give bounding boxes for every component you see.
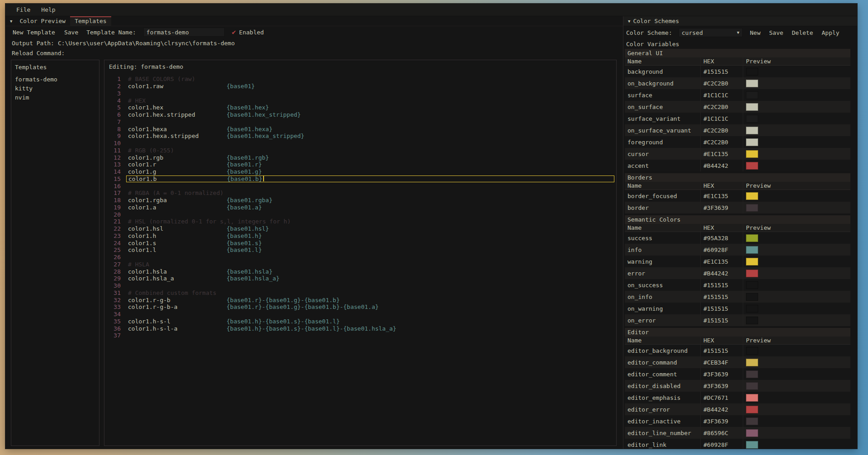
scheme-apply-button[interactable]: Apply [821,28,840,37]
collapse-down-icon[interactable]: ▼ [9,19,15,24]
editor-cursor-line: color1.b{base01.b} [126,175,614,183]
color-name: surface [625,89,701,101]
color-row-editor-comment[interactable]: editor_comment#3F3639 [625,368,850,380]
editor-line[interactable]: 28color1.hsla{base01.hsla} [104,268,616,275]
editor-line[interactable]: 16 [104,182,616,190]
template-list-item-formats-demo[interactable]: formats-demo [11,75,99,84]
editor-line[interactable]: 21# HSL (normalized 0-1 for s,l, integer… [104,218,616,225]
editor-line[interactable]: 22color1.hsl{base01.hsl} [104,225,616,232]
color-row-editor-disabled[interactable]: editor_disabled#3F3639 [625,380,850,392]
editor-line[interactable]: 5color1.hex{base01.hex} [104,104,616,111]
editor-line[interactable]: 15color1.b{base01.b} [104,175,616,183]
editor-line-body: color1.l{base01.l} [126,246,614,254]
menu-item-file[interactable]: File [12,5,35,14]
editor-line[interactable]: 1# BASE COLORS (raw) [104,76,616,83]
column-header-preview: Preview [743,182,850,190]
color-row-on-success[interactable]: on_success#151515 [625,279,850,291]
color-row-editor-link[interactable]: editor_link#60928F [625,439,850,449]
color-row-editor-emphasis[interactable]: editor_emphasis#DC7671 [625,392,850,403]
template-name-input[interactable] [143,28,225,37]
color-row-on-surface[interactable]: on_surface#C2C2B0 [625,101,850,113]
templates-list-title: Templates [11,64,99,75]
color-row-on-info[interactable]: on_info#151515 [625,291,850,303]
editor-line[interactable]: 12color1.rgb{base01.rgb} [104,154,616,161]
color-row-on-background[interactable]: on_background#C2C2B0 [625,77,850,89]
editor-line[interactable]: 35color1.h-s-l{base01.h}-{base01.s}-{bas… [104,318,616,325]
column-header-preview: Preview [743,57,850,65]
color-row-success[interactable]: success#95A328 [625,232,850,244]
editor-line[interactable]: 13color1.r{base01.r} [104,161,616,168]
editor-line[interactable]: 24color1.s{base01.s} [104,239,616,246]
editor-line[interactable]: 14color1.g{base01.g} [104,168,616,175]
color-scheme-combo[interactable]: cursed ▼ [679,28,743,37]
editor-line[interactable]: 19color1.a{base01.a} [104,204,616,211]
section-header-semantic-colors[interactable]: Semantic Colors [625,215,850,224]
template-list-item-kitty[interactable]: kitty [11,84,99,93]
color-row-background[interactable]: background#151515 [625,66,850,77]
editor-line[interactable]: 37 [104,332,616,339]
editor-line[interactable]: 2color1.raw{base01} [104,83,616,90]
editor-line[interactable]: 31# Combined custom formats [104,289,616,297]
editor-line[interactable]: 6color1.hex.stripped{base01.hex_stripped… [104,111,616,118]
scheme-delete-button[interactable]: Delete [791,28,814,37]
color-row-info[interactable]: info#60928F [625,244,850,256]
editor-line[interactable]: 29color1.hsla_a{base01.hsla_a} [104,275,616,282]
editor-line[interactable]: 8color1.hexa{base01.hexa} [104,125,616,133]
editor-line[interactable]: 26 [104,254,616,261]
color-row-editor-background[interactable]: editor_background#151515 [625,345,850,356]
color-schemes-header[interactable]: ▼ Color Schemes [623,16,857,26]
scheme-save-button[interactable]: Save [768,28,784,37]
template-list-item-nvim[interactable]: nvim [11,93,99,102]
menu-item-help[interactable]: Help [37,5,60,14]
chevron-down-icon[interactable]: ▼ [734,30,742,35]
editor-line[interactable]: 4# HEX [104,97,616,104]
color-row-border-focused[interactable]: border_focused#E1C135 [625,190,850,202]
editor-line[interactable]: 27# HSLA [104,261,616,268]
editor-line[interactable]: 30 [104,282,616,289]
editor-line[interactable]: 20 [104,211,616,218]
tab-color-preview[interactable]: Color Preview [15,16,70,26]
color-row-foreground[interactable]: foreground#C2C2B0 [625,136,850,148]
section-header-borders[interactable]: Borders [625,173,850,182]
template-placeholder: {base01.s} [226,240,262,246]
new-template-button[interactable]: New Template [12,28,56,37]
editor-line[interactable]: 3 [104,90,616,97]
color-schemes-pane: ▼ Color Schemes Color Scheme: cursed ▼ N… [623,16,857,449]
color-row-on-warning[interactable]: on_warning#151515 [625,303,850,314]
save-template-button[interactable]: Save [63,28,79,37]
color-row-editor-line-number[interactable]: editor_line_number#86596C [625,427,850,439]
color-row-accent[interactable]: accent#B44242 [625,160,850,171]
color-row-editor-command[interactable]: editor_command#CEB34F [625,356,850,368]
color-row-border[interactable]: border#3F3639 [625,202,850,213]
section-header-editor[interactable]: Editor [625,328,850,337]
color-row-editor-error[interactable]: editor_error#B44242 [625,403,850,415]
editor-line[interactable]: 33color1.r-g-b-a{base01.r}-{base01.g}-{b… [104,303,616,311]
color-row-cursor[interactable]: cursor#E1C135 [625,148,850,160]
editor-line[interactable]: 11# RGB (0-255) [104,147,616,154]
editor-line[interactable]: 18color1.rgba{base01.rgba} [104,197,616,204]
color-row-surface-variant[interactable]: surface_variant#1C1C1C [625,113,850,124]
section-header-general-ui[interactable]: General UI [625,49,850,57]
color-row-warning[interactable]: warning#E1C135 [625,256,850,267]
table-header-row: NameHEXPreview [625,224,850,232]
editor-lines[interactable]: 1# BASE COLORS (raw)2color1.raw{base01}3… [104,72,616,446]
template-key: color1.hex.stripped [128,111,226,118]
editor-line[interactable]: 17# RGBA (A = 0-1 normalized) [104,190,616,197]
editor-line[interactable]: 10 [104,140,616,147]
preview-cell [743,356,850,368]
editor-line[interactable]: 25color1.l{base01.l} [104,246,616,254]
color-row-editor-inactive[interactable]: editor_inactive#3F3639 [625,415,850,427]
editor-line[interactable]: 9color1.hexa.stripped{base01.hexa_stripp… [104,133,616,140]
color-row-surface[interactable]: surface#1C1C1C [625,89,850,101]
tab-templates[interactable]: Templates [70,16,111,26]
color-row-on-surface-varuant[interactable]: on_surface_varuant#C2C2B0 [625,124,850,136]
enabled-checkbox[interactable]: ✔ Enabled [232,29,264,36]
editor-line[interactable]: 7 [104,118,616,126]
editor-line[interactable]: 23color1.h{base01.h} [104,232,616,240]
editor-line[interactable]: 32color1.r-g-b{base01.r}-{base01.g}-{bas… [104,296,616,303]
editor-line[interactable]: 34 [104,311,616,318]
color-row-error[interactable]: error#B44242 [625,267,850,279]
scheme-new-button[interactable]: New [749,28,761,37]
color-row-on-error[interactable]: on_error#151515 [625,314,850,326]
editor-line[interactable]: 36color1.h-s-l-a{base01.h}-{base01.s}-{b… [104,325,616,332]
